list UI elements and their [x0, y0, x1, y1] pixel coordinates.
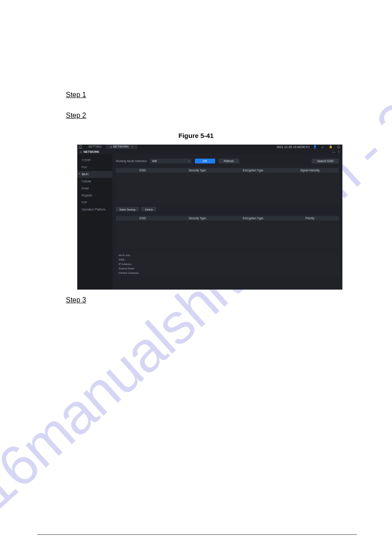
- ok-button[interactable]: OK: [195, 159, 215, 163]
- footer-rule: [37, 534, 357, 535]
- col-ssid: SSID: [116, 169, 169, 172]
- col-encryption: Encryption Type: [225, 169, 281, 172]
- col2-priority: Priority: [281, 217, 339, 220]
- user-icon[interactable]: 👤: [312, 145, 317, 149]
- step-1-heading: Step 1: [66, 91, 86, 99]
- brightness-icon[interactable]: ☼: [320, 145, 325, 149]
- table2-body[interactable]: [116, 221, 339, 249]
- col2-security: Security Type: [169, 217, 225, 220]
- info-gateway: Default Gateway: [119, 271, 336, 275]
- info-ip: IP Address: [119, 262, 336, 266]
- table-body[interactable]: [116, 173, 339, 204]
- tab-setting[interactable]: SETTING: [84, 145, 106, 149]
- lock-icon[interactable]: 🔒: [328, 145, 333, 149]
- monitor-icon[interactable]: 🖵: [336, 145, 341, 149]
- sidebar-item-port[interactable]: Port: [77, 164, 112, 171]
- sidebar-item-cellular[interactable]: Cellular: [77, 178, 112, 185]
- table2-head: SSID Security Type Encryption Type Prior…: [116, 216, 339, 221]
- tabbar-right: 2021-11-05 19:48:00 Fri 👤 ☼ 🔒 🖵: [277, 145, 341, 149]
- app-screenshot: SETTING ⌂ NETWORK × 2021-11-05 19:48:00 …: [77, 145, 342, 290]
- sidebar-item-opplatform[interactable]: Operation Platform: [77, 206, 112, 213]
- main-panel: Working Mode Selection Wifi ▾ OK Refresh…: [112, 154, 342, 290]
- sidebar-item-wifi[interactable]: Wi-Fi: [77, 171, 112, 178]
- sidebar: TCP/IP Port Wi-Fi Cellular Email Registe…: [77, 154, 112, 290]
- menu-icon[interactable]: [79, 145, 82, 149]
- minimize-icon[interactable]: —: [332, 150, 335, 153]
- figure-caption: Figure 5-41: [0, 132, 392, 139]
- info-ssid: SSID: [119, 258, 336, 262]
- sidebar-item-email[interactable]: Email: [77, 185, 112, 192]
- watermark: 216manualshive.com - 23: [0, 69, 392, 542]
- mode-select[interactable]: Wifi ▾: [150, 159, 191, 163]
- delete-button[interactable]: Delete: [141, 207, 156, 211]
- col2-ssid: SSID: [116, 217, 169, 220]
- home-icon: ⌂: [80, 150, 82, 153]
- secondary-toolbar: Static Setting Delete: [116, 207, 339, 211]
- tab-network-label: NETWORK: [113, 145, 129, 148]
- tab-network[interactable]: ⌂ NETWORK ×: [106, 145, 137, 149]
- close-icon[interactable]: ×: [131, 145, 133, 148]
- sidebar-item-register[interactable]: Register: [77, 192, 112, 199]
- info-subnet: Subnet Mask: [119, 266, 336, 271]
- sidebar-item-tcpip[interactable]: TCP/IP: [77, 157, 112, 164]
- app-tabbar: SETTING ⌂ NETWORK × 2021-11-05 19:48:00 …: [77, 145, 342, 149]
- step-2-heading: Step 2: [66, 112, 86, 120]
- wifi-info-panel: Wi-Fi Info SSID IP Address Subnet Mask D…: [116, 251, 339, 277]
- mode-select-value: Wifi: [152, 160, 157, 163]
- sidebar-item-p2p[interactable]: P2P: [77, 199, 112, 206]
- panel-titlebar: ⌂ NETWORK — ×: [77, 149, 342, 154]
- saved-networks-table: SSID Security Type Encryption Type Prior…: [116, 216, 339, 249]
- chevron-down-icon: ▾: [188, 160, 190, 163]
- refresh-button[interactable]: Refresh: [219, 159, 239, 163]
- panel-title: NETWORK: [83, 150, 99, 153]
- mode-label: Working Mode Selection: [116, 160, 147, 163]
- search-ssid-button[interactable]: Search SSID: [312, 159, 339, 163]
- available-networks-table: SSID Security Type Encryption Type Signa…: [116, 168, 339, 204]
- col2-encryption: Encryption Type: [225, 217, 281, 220]
- close-panel-icon[interactable]: ×: [338, 150, 340, 153]
- mode-toolbar: Working Mode Selection Wifi ▾ OK Refresh…: [116, 159, 339, 163]
- info-title: Wi-Fi Info: [119, 253, 336, 258]
- static-setting-button[interactable]: Static Setting: [116, 207, 139, 211]
- col-signal: Signal Intensity: [281, 169, 339, 172]
- timestamp: 2021-11-05 19:48:00 Fri: [277, 145, 309, 149]
- step-3-heading: Step 3: [66, 296, 86, 304]
- col-security: Security Type: [169, 169, 225, 172]
- tab-network-icon: ⌂: [110, 145, 112, 148]
- table-head: SSID Security Type Encryption Type Signa…: [116, 168, 339, 173]
